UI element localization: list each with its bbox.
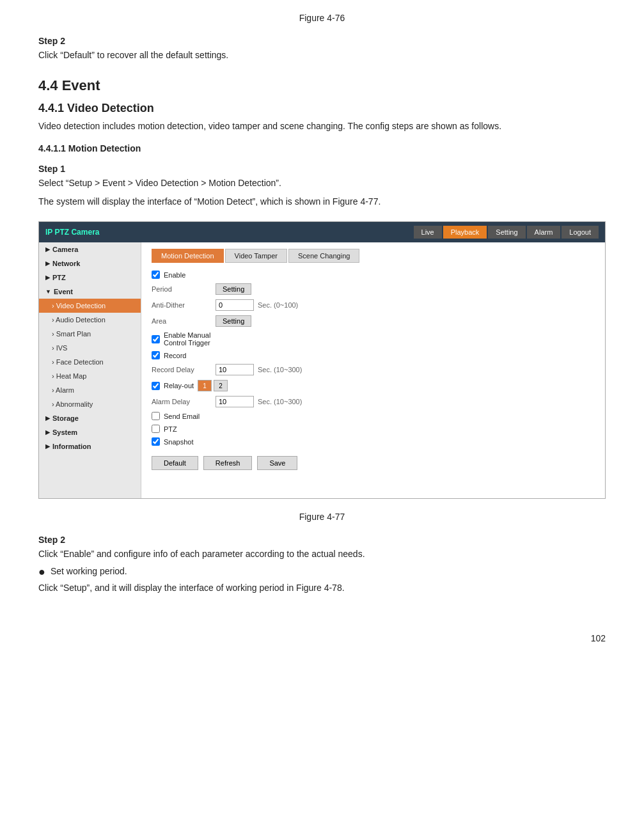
nav-live[interactable]: Live <box>414 226 442 239</box>
record-delay-label: Record Delay <box>152 366 216 373</box>
main-layout: ▶ Camera ▶ Network ▶ PTZ ▼ Event › Video… <box>39 242 605 498</box>
section-4-4-1: 4.4.1 Video Detection <box>38 102 606 115</box>
anti-dither-input[interactable] <box>216 299 254 311</box>
record-delay-unit: Sec. (10~300) <box>258 366 302 373</box>
sidebar-item-information[interactable]: ▶ Information <box>39 439 141 453</box>
step2b-label: Step 2 <box>38 535 606 545</box>
step1-text2: The system will display the interface of… <box>38 195 606 208</box>
relay-out-row: Relay-out 1 2 <box>152 380 595 391</box>
save-button[interactable]: Save <box>257 456 297 470</box>
sidebar-label-system: System <box>52 428 77 436</box>
sidebar-item-audio-detection[interactable]: › Audio Detection <box>39 313 141 327</box>
anti-dither-row: Anti-Dither Sec. (0~100) <box>152 299 595 311</box>
bullet-text-1: Set working period. <box>51 566 127 576</box>
sidebar-label-face-detection: › Face Detection <box>52 358 104 366</box>
step2-label: Step 2 <box>38 36 606 46</box>
click-setup-text: Click “Setup”, and it will display the i… <box>38 581 606 595</box>
send-email-row: Send Email <box>152 412 595 420</box>
brand-label: IP PTZ Camera <box>45 228 99 237</box>
send-email-label: Send Email <box>164 412 200 420</box>
step2-text: Click “Default” to recover all the defau… <box>38 49 606 62</box>
section-4-4: 4.4 Event <box>38 77 606 94</box>
page-number: 102 <box>38 633 606 643</box>
ptz-checkbox[interactable] <box>152 425 160 433</box>
snapshot-checkbox[interactable] <box>152 437 160 446</box>
sidebar-label-event: Event <box>54 288 73 295</box>
period-setting-button[interactable]: Setting <box>216 283 251 295</box>
sidebar-label-storage: Storage <box>52 414 79 422</box>
figure-76-caption: Figure 4-76 <box>38 13 606 23</box>
nav-logout[interactable]: Logout <box>562 226 599 239</box>
record-checkbox[interactable] <box>152 351 160 359</box>
sidebar-item-abnormality[interactable]: › Abnormality <box>39 397 141 411</box>
arrow-ptz: ▶ <box>45 274 50 281</box>
ptz-label: PTZ <box>164 425 177 433</box>
refresh-button[interactable]: Refresh <box>203 456 253 470</box>
sidebar-label-alarm: › Alarm <box>52 386 74 394</box>
relay-out-checkbox[interactable] <box>152 382 160 390</box>
enable-row: Enable <box>152 271 595 279</box>
snapshot-label: Snapshot <box>164 438 193 446</box>
sidebar-item-face-detection[interactable]: › Face Detection <box>39 355 141 369</box>
content-area: Motion Detection Video Tamper Scene Chan… <box>141 242 605 498</box>
sidebar-item-event[interactable]: ▼ Event <box>39 285 141 299</box>
tab-motion-detection[interactable]: Motion Detection <box>152 249 224 263</box>
camera-top-bar: IP PTZ Camera Live Playback Setting Alar… <box>39 222 605 242</box>
bullet-dot-1: ● <box>38 566 45 578</box>
figure-77-caption: Figure 4-77 <box>38 512 606 522</box>
area-label: Area <box>152 317 216 325</box>
sidebar-item-ivs[interactable]: › IVS <box>39 341 141 355</box>
relay-btn-2[interactable]: 2 <box>214 380 228 391</box>
sidebar-item-network[interactable]: ▶ Network <box>39 256 141 271</box>
nav-alarm[interactable]: Alarm <box>527 226 561 239</box>
nav-playback[interactable]: Playback <box>443 226 487 239</box>
enable-manual-checkbox[interactable] <box>152 335 160 343</box>
enable-checkbox[interactable] <box>152 271 160 279</box>
record-delay-row: Record Delay Sec. (10~300) <box>152 364 595 375</box>
default-button[interactable]: Default <box>152 456 198 470</box>
alarm-delay-unit: Sec. (10~300) <box>258 398 302 405</box>
sidebar-item-video-detection[interactable]: › Video Detection <box>39 299 141 313</box>
tab-video-tamper[interactable]: Video Tamper <box>225 249 287 263</box>
relay-btn-1[interactable]: 1 <box>198 380 212 391</box>
sidebar-label-smart-plan: › Smart Plan <box>52 330 91 338</box>
tab-scene-changing[interactable]: Scene Changing <box>288 249 359 263</box>
anti-dither-unit: Sec. (0~100) <box>258 301 298 309</box>
enable-manual-row: Enable ManualControl Trigger <box>152 331 595 347</box>
sidebar-label-audio-detection: › Audio Detection <box>52 316 106 324</box>
sidebar-item-camera[interactable]: ▶ Camera <box>39 242 141 256</box>
record-delay-input[interactable] <box>216 364 254 375</box>
send-email-checkbox[interactable] <box>152 412 160 420</box>
ptz-row: PTZ <box>152 425 595 433</box>
sidebar-label-ivs: › IVS <box>52 344 67 352</box>
sidebar-item-smart-plan[interactable]: › Smart Plan <box>39 327 141 341</box>
sidebar-item-ptz[interactable]: ▶ PTZ <box>39 271 141 285</box>
area-setting-button[interactable]: Setting <box>216 315 251 327</box>
enable-manual-label: Enable ManualControl Trigger <box>164 331 210 347</box>
arrow-information: ▶ <box>45 443 50 450</box>
section-description: Video detection includes motion detectio… <box>38 119 606 133</box>
nav-setting[interactable]: Setting <box>488 226 525 239</box>
record-label: Record <box>164 352 186 359</box>
relay-out-label: Relay-out <box>164 382 194 389</box>
period-row: Period Setting <box>152 283 595 295</box>
alarm-delay-row: Alarm Delay Sec. (10~300) <box>152 396 595 407</box>
sub-section-4-4-1-1: 4.4.1.1 Motion Detection <box>38 143 606 153</box>
sidebar-label-camera: Camera <box>52 246 78 253</box>
sidebar-label-ptz: PTZ <box>52 274 66 281</box>
sidebar: ▶ Camera ▶ Network ▶ PTZ ▼ Event › Video… <box>39 242 141 498</box>
relay-buttons: 1 2 <box>198 380 228 391</box>
step1-text1: Select “Setup > Event > Video Detection … <box>38 177 606 190</box>
sidebar-item-alarm[interactable]: › Alarm <box>39 383 141 397</box>
camera-ui-screenshot: IP PTZ Camera Live Playback Setting Alar… <box>38 221 606 499</box>
sidebar-item-heat-map[interactable]: › Heat Map <box>39 369 141 383</box>
sidebar-label-abnormality: › Abnormality <box>52 400 93 408</box>
tabs-bar: Motion Detection Video Tamper Scene Chan… <box>152 249 595 263</box>
area-row: Area Setting <box>152 315 595 327</box>
snapshot-row: Snapshot <box>152 437 595 446</box>
sidebar-item-system[interactable]: ▶ System <box>39 425 141 439</box>
bottom-buttons: Default Refresh Save <box>152 456 595 470</box>
alarm-delay-input[interactable] <box>216 396 254 407</box>
sidebar-label-heat-map: › Heat Map <box>52 372 86 380</box>
sidebar-item-storage[interactable]: ▶ Storage <box>39 411 141 425</box>
